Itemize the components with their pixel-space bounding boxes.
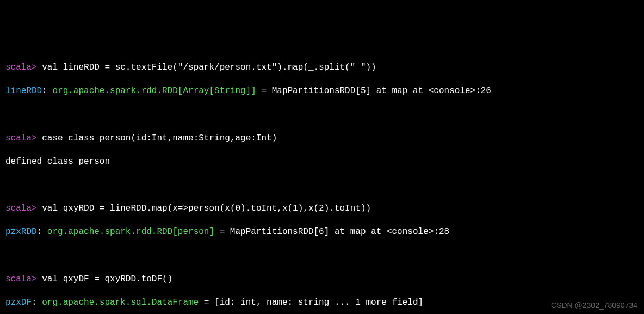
blank-line	[5, 180, 639, 192]
output-line-1: lineRDD: org.apache.spark.rdd.RDD[Array[…	[5, 85, 639, 97]
var-name: pzxRDD	[5, 227, 37, 237]
output-line-3: pzxRDD: org.apache.spark.rdd.RDD[person]…	[5, 226, 639, 238]
var-name: pzxDF	[5, 298, 32, 307]
type-name: org.apache.spark.rdd.RDD[person]	[47, 227, 214, 237]
watermark: CSDN @2302_78090734	[551, 300, 637, 311]
output-line-2: defined class person	[5, 156, 639, 168]
cmd-text: val lineRDD = sc.textFile("/spark/person…	[42, 63, 376, 72]
cmd-text: case class person(id:Int,name:String,age…	[42, 133, 277, 143]
type-name: org.apache.spark.sql.DataFrame	[42, 298, 199, 307]
prompt: scala>	[5, 63, 37, 72]
blank-line	[5, 250, 639, 262]
cmd-line-4: scala> val qxyDF = qxyRDD.toDF()	[5, 274, 639, 286]
prompt: scala>	[5, 133, 37, 143]
cmd-text: val qxyRDD = lineRDD.map(x=>person(x(0).…	[42, 204, 371, 213]
var-name: lineRDD	[5, 86, 42, 96]
blank-line	[5, 109, 639, 121]
prompt: scala>	[5, 204, 37, 213]
cmd-line-2: scala> case class person(id:Int,name:Str…	[5, 133, 639, 145]
prompt: scala>	[5, 274, 37, 284]
type-name: org.apache.spark.rdd.RDD[Array[String]]	[52, 86, 256, 96]
cmd-line-1: scala> val lineRDD = sc.textFile("/spark…	[5, 62, 639, 74]
terminal-output: scala> val lineRDD = sc.textFile("/spark…	[5, 50, 639, 314]
cmd-line-3: scala> val qxyRDD = lineRDD.map(x=>perso…	[5, 203, 639, 215]
cmd-text: val qxyDF = qxyRDD.toDF()	[42, 274, 172, 284]
output-line-4: pzxDF: org.apache.spark.sql.DataFrame = …	[5, 297, 639, 309]
